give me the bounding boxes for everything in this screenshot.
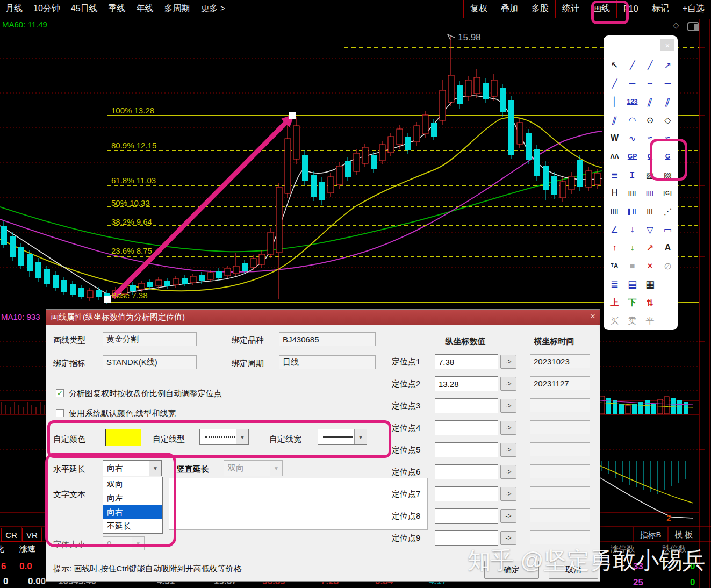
polygon-icon[interactable]: ◇ [659,111,677,129]
mark-xia-icon[interactable]: 下 [623,293,641,312]
dropdown-option-不延长[interactable]: 不延长 [103,519,162,533]
dropdown-option-向左[interactable]: 向左 [103,491,162,505]
h-extend-combo[interactable]: 向右▼ [103,460,162,476]
anchored-segment2-icon[interactable]: ─ [659,74,677,92]
pointer-icon[interactable]: ↖ [606,56,623,74]
point-transfer-button[interactable]: -> [500,487,516,501]
menu-item-叠加[interactable]: 叠加 [494,0,525,18]
vert-lines2-icon[interactable]: ||| [641,202,659,220]
slant-band2-icon[interactable]: ▨ [659,166,677,184]
menu-item-F10[interactable]: F10 [616,0,645,18]
point-value-input[interactable]: 13.28 [435,376,498,391]
point-value-input[interactable]: 7.38 [435,354,498,369]
point-transfer-button[interactable]: -> [500,465,516,479]
point-transfer-button[interactable]: -> [500,355,516,369]
chevron-down-icon[interactable]: ▼ [149,461,161,476]
point-transfer-button[interactable]: -> [500,531,516,545]
t-lines-icon[interactable]: T [623,166,641,184]
vert-lines-icon[interactable]: |||| [606,202,623,220]
arrow-down-icon[interactable]: ↓ [623,220,641,239]
point-value-input[interactable] [435,442,498,457]
menu-item[interactable]: 10分钟 [33,3,60,15]
segment-icon[interactable]: ╱ [623,56,641,74]
picture-icon[interactable]: ▦ [641,275,659,293]
diamond-icon[interactable]: ◇ [673,20,679,30]
filled-square-icon[interactable]: ■ [623,257,641,275]
dropdown-option-双向[interactable]: 双向 [103,477,162,491]
tab-indicator-b[interactable]: 指标B [633,528,668,542]
zigzag-icon[interactable]: ∿ [623,129,641,147]
point-value-input[interactable] [435,464,498,479]
fan-lines-icon[interactable]: ⋰ [659,202,677,220]
wave-w-icon[interactable]: W [606,129,623,147]
slant-band-icon[interactable]: ▨ [641,166,659,184]
split-screen-icon[interactable] [687,22,699,31]
text-a-icon[interactable]: A [659,239,677,257]
tab-vr[interactable]: VR [22,528,42,542]
point-value-input[interactable] [435,420,498,435]
menu-item[interactable]: 45日线 [71,3,98,15]
menu-item[interactable]: 季线 [109,3,126,15]
gann-fan-icon[interactable]: ∠ [606,220,623,239]
dialog-title-bar[interactable]: 画线属性(纵坐标数值为分析图定位值) [46,310,600,325]
eraser-icon[interactable]: ∅ [659,257,677,275]
point-transfer-button[interactable]: -> [500,399,516,413]
segment2-icon[interactable]: ╱ [641,56,659,74]
time-rulers-blue-icon[interactable]: |||| [641,184,659,202]
fib-handle-base[interactable] [104,296,111,303]
menu-item-标记[interactable]: 标记 [645,0,676,18]
trend-arrow-red-icon[interactable]: ↗ [641,239,659,257]
anchored-segment-icon[interactable]: ─ [623,74,641,92]
mark-flat-icon[interactable]: 平 [641,312,659,330]
tab-template[interactable]: 模 板 [668,528,699,542]
ruler-icon[interactable]: ▤ [623,275,641,293]
arrow-down-green-icon[interactable]: ↓ [623,239,641,257]
vertical-segment-icon[interactable]: │ [606,92,623,111]
zigzag3-icon[interactable]: ≈ [659,129,677,147]
step-line-icon[interactable]: H [606,184,623,202]
circle-icon[interactable]: ⊙ [641,111,659,129]
doc-note-icon[interactable]: ≣ [606,275,623,293]
chevron-down-icon[interactable]: ▼ [354,429,367,444]
point-transfer-button[interactable]: -> [500,421,516,435]
peaks-icon[interactable]: ΛΛ [606,147,623,166]
point-value-input[interactable] [435,398,498,413]
mark-shang-icon[interactable]: 上 [606,293,623,312]
adjust-checkbox[interactable]: ✓ [56,389,64,397]
gq-golden-icon[interactable]: G [641,147,659,166]
menu-item[interactable]: 更多 > [201,3,226,15]
vert-lines-bold-icon[interactable]: ▌|| [623,202,641,220]
time-g-icon[interactable]: |G| [659,184,677,202]
parallel-dotted-icon[interactable]: ∥ [602,111,626,129]
time-rulers-icon[interactable]: |||| [623,184,641,202]
zigzag2-icon[interactable]: ≈ [641,129,659,147]
anchored-dash-icon[interactable]: ╌ [641,74,659,92]
menu-item-多股[interactable]: 多股 [525,0,555,18]
fib-handle-top[interactable] [289,112,296,119]
line-width-combo[interactable]: ▼ [318,429,367,445]
menu-item-画线[interactable]: 画线 [586,0,616,18]
menu-item[interactable]: 月线 [5,3,23,15]
g-golden-icon[interactable]: G [659,147,677,166]
triangle-icon[interactable]: ▽ [641,220,659,239]
menu-item-+自选[interactable]: +自选 [676,0,711,18]
chevron-down-icon[interactable]: ▼ [236,429,248,444]
arrow-up-red-icon[interactable]: ↑ [606,239,623,257]
menu-item-复权[interactable]: 复权 [463,0,494,18]
point-transfer-button[interactable]: -> [500,377,516,391]
rectangle-icon[interactable]: ▭ [659,220,677,239]
text-ta-icon[interactable]: ᵀA [606,257,623,275]
mark-sell-icon[interactable]: 卖 [623,312,641,330]
point-transfer-button[interactable]: -> [500,509,516,523]
line-style-combo[interactable]: ▼ [199,429,249,445]
point-value-input[interactable] [435,486,498,501]
point-value-input[interactable] [435,508,498,524]
dropdown-option-向右[interactable]: 向右 [103,505,162,519]
adjust-checkbox-label[interactable]: 分析图复权时按收盘价比例自动调整定位点 [69,389,222,399]
menu-item[interactable]: 年线 [137,3,154,15]
ray-icon[interactable]: ╱ [606,74,623,92]
tab-cr[interactable]: CR [1,528,21,542]
gp-golden-icon[interactable]: GP [623,147,641,166]
dialog-close-icon[interactable]: × [590,311,595,322]
mark-buy-icon[interactable]: 买 [606,312,623,330]
